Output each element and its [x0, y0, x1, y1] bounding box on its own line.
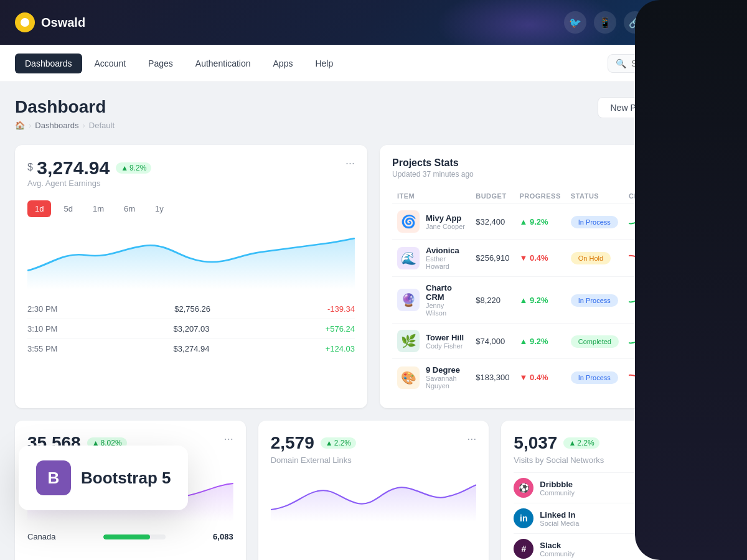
time-filter-1y[interactable]: 1y	[148, 200, 171, 217]
social-type: Community	[540, 489, 575, 497]
social-item-left: ⚽ Dribbble Community	[514, 478, 575, 498]
earnings-card: $ 3,274.94 ▲ 9.2% Avg. Agent Earnings ··…	[15, 145, 367, 408]
breadcrumb-dashboards[interactable]: Dashboards	[35, 121, 78, 130]
time-filter-1d[interactable]: 1d	[27, 200, 51, 217]
earnings-change-1: -139.34	[327, 304, 355, 314]
earnings-amount-display: $ 3,274.94	[27, 157, 110, 179]
earnings-amount-block: $ 3,274.94 ▲ 9.2% Avg. Agent Earnings	[27, 157, 151, 198]
header-icon-btn-1[interactable]: 🐦	[564, 11, 586, 34]
social-name: Linked In	[540, 510, 579, 520]
project-status-cell: In Process	[566, 359, 624, 396]
time-filter-5d[interactable]: 5d	[56, 200, 80, 217]
time-filter-6m[interactable]: 6m	[116, 200, 143, 217]
project-budget-cell: $183,300	[471, 359, 514, 396]
project-progress-cell: ▼ 0.4%	[514, 240, 565, 277]
social-name: Slack	[540, 541, 575, 550]
page-title: Dashboard	[15, 97, 115, 117]
project-progress-cell: ▲ 9.2%	[514, 277, 565, 324]
breadcrumb: 🏠 › Dashboards › Default	[15, 121, 115, 130]
time-filters: 1d 5d 1m 6m 1y	[27, 200, 355, 217]
project-item-cell: 🎨 9 Degree Savannah Nguyen	[392, 359, 471, 396]
project-item-cell: 🔮 Charto CRM Jenny Wilson	[392, 277, 471, 324]
organic-sessions-more-button[interactable]: ···	[224, 433, 233, 444]
col-budget: BUDGET	[471, 189, 514, 204]
project-item-cell: 🌊 Avionica Esther Howard	[392, 240, 471, 277]
page-title-block: Dashboard 🏠 › Dashboards › Default	[15, 97, 115, 130]
project-item-cell: 🌿 Tower Hill Cody Fisher	[392, 324, 471, 359]
earnings-row-3: 3:55 PM $3,274.94 +124.03	[27, 338, 355, 358]
status-badge: On Hold	[571, 252, 611, 264]
nav-pages[interactable]: Pages	[138, 54, 183, 73]
earnings-label: Avg. Agent Earnings	[27, 179, 151, 188]
col-item: ITEM	[392, 189, 471, 204]
earnings-row-2: 3:10 PM $3,207.03 +576.24	[27, 319, 355, 338]
project-progress-cell: ▲ 9.2%	[514, 204, 565, 240]
social-network-icon: in	[514, 508, 533, 528]
nav-dashboards[interactable]: Dashboards	[15, 54, 82, 73]
earnings-more-button[interactable]: ···	[345, 157, 355, 169]
header-icon-btn-2[interactable]: 📱	[594, 11, 616, 34]
nav-account[interactable]: Account	[85, 54, 136, 73]
bootstrap-version: Bootstrap 5	[81, 469, 171, 488]
bootstrap-logo: B	[36, 460, 71, 495]
project-status-cell: In Process	[566, 204, 624, 240]
earnings-time-1: 2:30 PM	[27, 304, 57, 314]
project-item-cell: 🌀 Mivy App Jane Cooper	[392, 204, 471, 240]
project-status-cell: On Hold	[566, 240, 624, 277]
nav-help[interactable]: Help	[305, 54, 343, 73]
social-network-icon: #	[514, 539, 533, 559]
earnings-amount-1: $2,756.26	[174, 304, 210, 314]
dark-sidebar-overlay	[635, 0, 747, 560]
earnings-time-2: 3:10 PM	[27, 324, 57, 334]
social-name: Dribbble	[540, 480, 575, 489]
social-networks-number: 5,037	[514, 433, 557, 453]
social-type: Social Media	[540, 520, 579, 527]
col-progress: PROGRESS	[514, 189, 565, 204]
main-cards-grid: $ 3,274.94 ▲ 9.2% Avg. Agent Earnings ··…	[15, 145, 732, 408]
earnings-value: 3,274.94	[37, 157, 110, 178]
nav-apps[interactable]: Apps	[263, 54, 303, 73]
social-network-icon: ⚽	[514, 478, 533, 498]
earnings-amount-2: $3,207.03	[174, 324, 210, 334]
social-item-info: Slack Community	[540, 541, 575, 558]
project-progress-cell: ▲ 9.2%	[514, 324, 565, 359]
search-icon: 🔍	[616, 58, 626, 68]
bootstrap-popup: B Bootstrap 5	[19, 446, 188, 510]
domain-links-label: Domain External Links	[271, 455, 477, 465]
app-name: Oswald	[41, 16, 85, 30]
breadcrumb-home-icon: 🏠	[15, 121, 25, 130]
breadcrumb-sep-2: ›	[82, 121, 85, 130]
status-badge: In Process	[571, 371, 618, 384]
domain-links-number: 2,579	[271, 433, 314, 453]
project-status-cell: In Process	[566, 277, 624, 324]
status-badge: In Process	[571, 294, 618, 307]
earnings-header: $ 3,274.94 ▲ 9.2% Avg. Agent Earnings ··…	[27, 157, 355, 198]
social-item-left: in Linked In Social Media	[514, 508, 579, 528]
earnings-change-3: +124.03	[326, 344, 355, 353]
earnings-badge: ▲ 9.2%	[116, 162, 151, 174]
earnings-row-1: 2:30 PM $2,756.26 -139.34	[27, 299, 355, 319]
projects-title: Projects Stats	[392, 157, 474, 169]
breadcrumb-sep-1: ›	[29, 121, 31, 130]
nav-authentication[interactable]: Authentication	[186, 54, 261, 73]
domain-links-card: 2,579 ▲ 2.2% ··· Domain External Links	[258, 421, 489, 560]
bootstrap-logo-letter: B	[48, 469, 60, 488]
country-canada-bar	[103, 534, 150, 539]
country-row-canada: Canada 6,083	[27, 530, 233, 544]
domain-links-more-button[interactable]: ···	[467, 433, 476, 444]
logo-icon	[15, 12, 35, 32]
project-status-cell: Completed	[566, 324, 624, 359]
domain-links-badge: ▲ 2.2%	[321, 437, 356, 449]
earnings-amount-3: $3,274.94	[174, 344, 210, 353]
status-badge: In Process	[571, 216, 618, 228]
status-badge: Completed	[571, 335, 619, 348]
project-budget-cell: $8,220	[471, 277, 514, 324]
project-progress-cell: ▼ 0.4%	[514, 359, 565, 396]
social-item-info: Dribbble Community	[540, 480, 575, 497]
page-title-area: Dashboard 🏠 › Dashboards › Default New P…	[15, 97, 732, 130]
earnings-badge-value: 9.2%	[129, 164, 146, 172]
projects-subtitle: Updated 37 minutes ago	[392, 170, 474, 179]
breadcrumb-default: Default	[89, 121, 115, 130]
domain-links-chart	[271, 472, 477, 522]
time-filter-1m[interactable]: 1m	[85, 200, 111, 217]
